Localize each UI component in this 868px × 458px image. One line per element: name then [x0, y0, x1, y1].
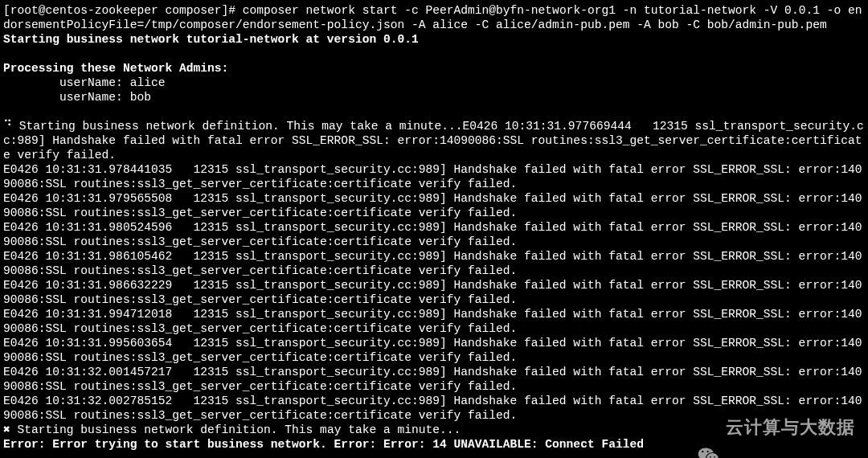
terminal-output[interactable]: [root@centos-zookeeper composer]# compos…: [0, 0, 868, 458]
error-line: E0426 10:31:31.978441035 12315 ssl_trans…: [3, 163, 862, 190]
watermark-text: 云计算与大数据: [726, 420, 855, 435]
shell-prompt: [root@centos-zookeeper composer]#: [3, 4, 235, 17]
admin-line-1: userName: alice: [3, 76, 165, 89]
final-error: Error: Error trying to start business ne…: [3, 438, 644, 451]
fail-line: ✖ Starting business network definition. …: [3, 423, 461, 436]
error-line: E0426 10:31:32.002785152 12315 ssl_trans…: [3, 395, 862, 422]
error-line: E0426 10:31:31.994712018 12315 ssl_trans…: [3, 308, 862, 335]
error-line: E0426 10:31:31.979565508 12315 ssl_trans…: [3, 192, 862, 219]
start-line: Starting business network tutorial-netwo…: [3, 33, 419, 46]
error-line: E0426 10:31:31.986632229 12315 ssl_trans…: [3, 279, 862, 306]
error-line: E0426 10:31:31.980524596 12315 ssl_trans…: [3, 221, 862, 248]
error-line: E0426 10:31:31.986105462 12315 ssl_trans…: [3, 250, 862, 277]
wechat-icon: [697, 416, 719, 439]
watermark: 云计算与大数据: [697, 416, 855, 439]
starting-line: ⠙ Starting business network definition. …: [3, 120, 463, 133]
admin-line-2: userName: bob: [3, 91, 151, 104]
error-line: E0426 10:31:31.995603654 12315 ssl_trans…: [3, 337, 862, 364]
error-line: E0426 10:31:32.001457217 12315 ssl_trans…: [3, 366, 862, 393]
admins-header: Processing these Network Admins:: [3, 62, 228, 75]
